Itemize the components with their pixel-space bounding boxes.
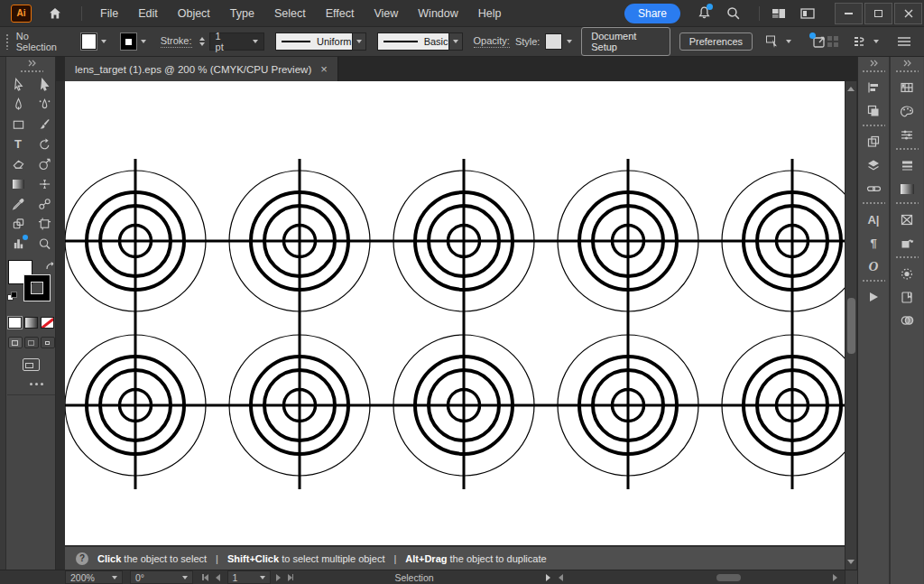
character-panel-icon[interactable]: A| [862, 209, 885, 229]
app-icon[interactable]: Ai [11, 5, 32, 23]
help-icon[interactable]: ? [76, 552, 88, 565]
draw-normal-button[interactable] [8, 337, 23, 348]
style-caret[interactable] [567, 40, 572, 43]
zoom-level-select[interactable]: 200% [65, 570, 123, 584]
horizontal-scroll-thumb[interactable] [716, 574, 741, 581]
home-icon[interactable] [44, 3, 66, 24]
drag-grip[interactable] [862, 124, 885, 127]
preferences-button[interactable]: Preferences [679, 32, 753, 51]
artboard-number-select[interactable]: 1 [227, 570, 271, 584]
drag-grip[interactable] [862, 201, 885, 205]
last-artboard-icon[interactable] [288, 574, 294, 581]
rotation-select[interactable]: 0° [130, 570, 193, 584]
workspace-switcher-icon[interactable] [768, 3, 790, 24]
tab-close-icon[interactable]: × [320, 62, 328, 76]
pen-tool[interactable] [7, 96, 29, 113]
arrange-documents-icon[interactable] [797, 3, 818, 24]
horizontal-scrollbar[interactable] [556, 570, 843, 584]
next-artboard-icon[interactable] [276, 574, 281, 581]
stroke-dropdown-caret[interactable] [141, 40, 146, 43]
type-tool[interactable]: T [7, 135, 29, 153]
scale-tool[interactable] [33, 155, 55, 172]
default-fill-stroke-icon[interactable] [7, 292, 18, 301]
none-button[interactable] [41, 317, 54, 329]
collapse-panel-icon[interactable] [891, 57, 923, 69]
draw-inside-button[interactable] [41, 337, 55, 348]
menu-help[interactable]: Help [468, 7, 512, 20]
menu-view[interactable]: View [364, 7, 408, 20]
menu-select[interactable]: Select [264, 7, 316, 20]
links-panel-icon[interactable] [862, 179, 885, 199]
menu-window[interactable]: Window [408, 7, 467, 20]
status-menu-icon[interactable] [546, 574, 550, 581]
grid-snap-icon[interactable] [827, 36, 838, 47]
pathfinder-panel-icon[interactable] [862, 101, 885, 121]
scroll-up-arrow[interactable] [847, 87, 855, 91]
drag-grip[interactable] [862, 279, 885, 283]
symbol-sprayer-tool[interactable] [7, 215, 29, 232]
select-similar-objects-icon[interactable] [765, 34, 791, 49]
menu-file[interactable]: File [90, 7, 128, 20]
notifications-bell-icon[interactable] [693, 3, 715, 24]
rectangle-tool[interactable] [7, 116, 29, 133]
share-for-review-icon[interactable] [811, 34, 827, 50]
close-button[interactable] [894, 3, 922, 24]
scroll-left-arrow[interactable] [559, 574, 563, 581]
layout-options-icon[interactable] [853, 35, 879, 48]
first-artboard-icon[interactable] [202, 574, 208, 581]
drag-grip[interactable] [20, 70, 43, 73]
color-panel-icon[interactable] [895, 101, 919, 121]
menu-effect[interactable]: Effect [316, 7, 365, 20]
swap-fill-stroke-icon[interactable] [45, 259, 56, 275]
direct-selection-tool[interactable] [33, 76, 55, 93]
search-icon[interactable] [722, 3, 744, 24]
width-profile-select[interactable]: Uniform [275, 32, 353, 51]
transform-panel-icon[interactable] [862, 132, 885, 152]
align-panel-icon[interactable] [862, 78, 885, 97]
layers-panel-icon[interactable] [862, 155, 885, 175]
panel-menu-icon[interactable] [897, 36, 911, 47]
gradient-panel-icon[interactable] [895, 179, 919, 199]
drag-grip[interactable] [895, 255, 919, 259]
width-tool[interactable] [33, 175, 55, 192]
stroke-weight-stepper[interactable] [199, 37, 205, 46]
curvature-tool[interactable] [33, 96, 55, 113]
zoom-tool[interactable] [33, 235, 55, 252]
fill-dropdown-caret[interactable] [101, 40, 106, 43]
graphic-styles-panel-icon[interactable] [895, 287, 919, 307]
style-swatch[interactable] [545, 33, 562, 50]
maximize-button[interactable] [864, 3, 892, 24]
graph-tool[interactable] [7, 235, 29, 252]
scroll-down-arrow[interactable] [847, 560, 855, 564]
brush-definition-select[interactable]: Basic [377, 32, 449, 51]
menu-object[interactable]: Object [168, 7, 220, 20]
collapse-panel-icon[interactable] [7, 57, 55, 69]
share-button[interactable]: Share [624, 4, 680, 23]
stroke-panel-icon[interactable] [895, 155, 919, 175]
appearance-panel-icon[interactable] [895, 264, 919, 283]
actions-panel-icon[interactable] [862, 287, 885, 307]
artboard[interactable] [65, 81, 845, 545]
stroke-color-swatch[interactable] [24, 275, 50, 301]
paragraph-panel-icon[interactable]: ¶ [862, 233, 885, 253]
symbols-panel-icon[interactable] [895, 233, 919, 253]
drag-grip[interactable] [895, 147, 919, 151]
fill-color-well[interactable] [81, 33, 97, 50]
previous-artboard-icon[interactable] [216, 574, 220, 581]
minimize-button[interactable] [835, 3, 863, 24]
stroke-color-well[interactable] [121, 33, 136, 50]
drag-grip[interactable] [895, 70, 919, 73]
stroke-panel-link[interactable]: Stroke: [161, 35, 192, 48]
rotate-tool[interactable] [33, 135, 55, 153]
gradient-button[interactable] [24, 317, 38, 329]
collapse-panel-icon[interactable] [858, 57, 889, 69]
swatches-panel-icon[interactable] [895, 78, 919, 97]
color-button[interactable] [8, 317, 22, 329]
menu-edit[interactable]: Edit [128, 7, 168, 20]
document-setup-button[interactable]: Document Setup [581, 27, 670, 56]
stroke-weight-field[interactable]: 1 pt [209, 32, 264, 51]
drag-grip[interactable] [862, 70, 885, 73]
gradient-tool[interactable] [7, 175, 29, 192]
draw-behind-button[interactable] [24, 337, 39, 348]
width-profile-caret[interactable] [353, 32, 366, 51]
